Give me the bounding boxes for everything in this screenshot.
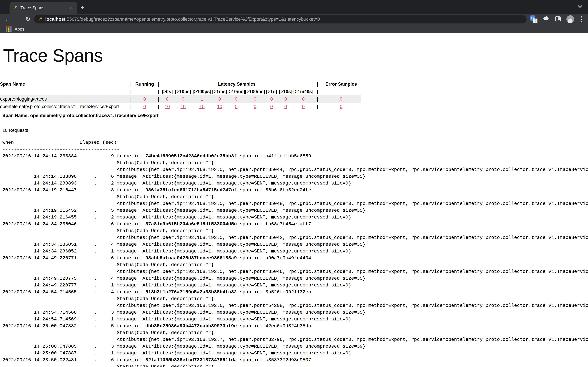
apps-grid-icon [6, 26, 12, 32]
summary-header-row: Span Name | Running | Latency Samples | … [0, 80, 361, 88]
latency-bucket-header: [>10s] [278, 88, 293, 95]
running-count-link[interactable]: 0 [143, 97, 146, 102]
reload-button[interactable]: ↻ [23, 14, 33, 24]
trace-id-value: 93abb5afcaa0428d37bccee9366188a9 [145, 255, 237, 261]
latency-bucket-count-link[interactable]: 10 [199, 104, 205, 109]
trace-id-value: dbb35e25936a90b4472cabb89073af9e [145, 323, 237, 329]
latency-bucket-count-link[interactable]: 0 [254, 104, 256, 109]
latency-bucket-count-link[interactable]: 0 [284, 97, 287, 102]
tab-search-chevron-icon[interactable] [577, 5, 583, 9]
latency-bucket-header: [>10µs] [174, 88, 192, 95]
browser-menu-icon[interactable] [579, 16, 584, 23]
latency-bucket-count-link[interactable]: 0 [270, 97, 273, 102]
table-row: opentelemetry.proto.collector.trace.v1.T… [0, 103, 361, 110]
bookmarks-bar: Apps [0, 25, 588, 33]
bookmark-apps[interactable]: Apps [15, 27, 24, 32]
span-name-cell: opentelemetry.proto.collector.trace.v1.T… [0, 103, 128, 110]
opentelemetry-favicon-icon [38, 17, 43, 22]
table-row: exporter/logging/traces|0|001000000|0 [0, 95, 361, 103]
latency-bucket-count-link[interactable]: 10 [165, 104, 170, 109]
latency-samples-header: Latency Samples [160, 80, 313, 88]
latency-bucket-count-link[interactable]: 1 [201, 97, 203, 102]
selected-span-label: Span Name: opentelemetry.proto.collector… [2, 113, 588, 118]
latency-bucket-header: [>1s] [265, 88, 278, 95]
tab-close-icon[interactable]: × [68, 5, 75, 11]
address-bar[interactable]: localhost:55679/debug/tracez?zspanname=o… [34, 15, 527, 24]
error-samples-header: Error Samples [321, 80, 361, 88]
latency-bucket-count-link[interactable]: 0 [270, 104, 273, 109]
latency-bucket-count-link[interactable]: 0 [182, 97, 184, 102]
latency-bucket-count-link[interactable]: 0 [302, 104, 305, 109]
tab-title: Trace Spans [20, 5, 68, 10]
trace-id-value: 37a81c9b615b204a6e515df533004d5c [145, 221, 237, 227]
trace-id-value: 82fa11055b338efcd733187347651fda [145, 357, 237, 363]
latency-bucket-header: [>100ms] [245, 88, 265, 95]
trace-id-value: 74be418390512c42346cddb02e38bb3f [145, 153, 237, 159]
page-title: Trace Spans [3, 45, 588, 66]
extensions-puzzle-icon[interactable] [543, 16, 549, 23]
latency-bucket-count-link[interactable]: 0 [254, 97, 256, 102]
latency-bucket-header: [>0s] [160, 88, 174, 95]
latency-bucket-header: [>1ms] [212, 88, 227, 95]
back-button[interactable]: ← [3, 14, 13, 24]
latency-bucket-count-link[interactable]: 10 [217, 104, 222, 109]
span-name-header: Span Name [0, 80, 128, 88]
side-panel-icon[interactable] [554, 16, 561, 23]
error-count-link[interactable]: 0 [340, 97, 343, 102]
trace-id-value: 513b3f1c276a7159c5a2a33b88b4fc82 [145, 289, 237, 295]
span-summary-table: Span Name | Running | Latency Samples | … [0, 80, 361, 110]
profile-avatar[interactable] [566, 15, 574, 23]
google-translate-icon[interactable]: G 文 [530, 16, 537, 23]
latency-bucket-count-link[interactable]: 10 [181, 104, 186, 109]
latency-bucket-count-link[interactable]: 0 [166, 97, 168, 102]
latency-bucket-count-link[interactable]: 0 [284, 104, 287, 109]
latency-bucket-header: [>1m40s] [293, 88, 313, 95]
running-count-link[interactable]: 0 [143, 104, 146, 109]
forward-button[interactable]: → [13, 14, 23, 24]
tracez-page: Trace Spans Span Name | Running | Latenc… [0, 33, 588, 367]
url-host: localhost [45, 17, 66, 22]
error-count-link[interactable]: 0 [340, 104, 343, 109]
requests-count: 10 Requests [2, 128, 588, 133]
browser-toolbar: ← → ↻ localhost:55679/debug/tracez?zspan… [0, 14, 588, 25]
tab-trace-spans[interactable]: Trace Spans × [9, 2, 77, 14]
url-path: :55679/debug/tracez?zspanname=openteleme… [66, 17, 320, 22]
running-header: Running [133, 80, 156, 88]
latency-bucket-count-link[interactable]: 0 [218, 97, 221, 102]
latency-bucket-count-link[interactable]: 0 [235, 97, 237, 102]
latency-bucket-count-link[interactable]: 0 [302, 97, 305, 102]
latency-bucket-header: [>10ms] [227, 88, 245, 95]
tab-strip: Trace Spans × + [0, 0, 588, 14]
latency-bucket-header: [>100µs] [192, 88, 212, 95]
url-text: localhost:55679/debug/tracez?zspanname=o… [45, 17, 320, 22]
span-name-cell: exporter/logging/traces [0, 95, 128, 103]
bucket-header-row: ||[>0s][>10µs][>100µs][>1ms][>10ms][>100… [0, 88, 361, 95]
latency-bucket-count-link[interactable]: 5 [235, 104, 237, 109]
trace-id-value: 936fa38fcfed661712ba547f5ed747cf [145, 187, 237, 193]
opentelemetry-favicon-icon [13, 5, 18, 11]
requests-pre: When Elapsed (sec) ---------------------… [2, 139, 588, 367]
summary-table-body: exporter/logging/traces|0|001000000|0ope… [0, 95, 361, 110]
new-tab-button[interactable]: + [80, 4, 85, 11]
